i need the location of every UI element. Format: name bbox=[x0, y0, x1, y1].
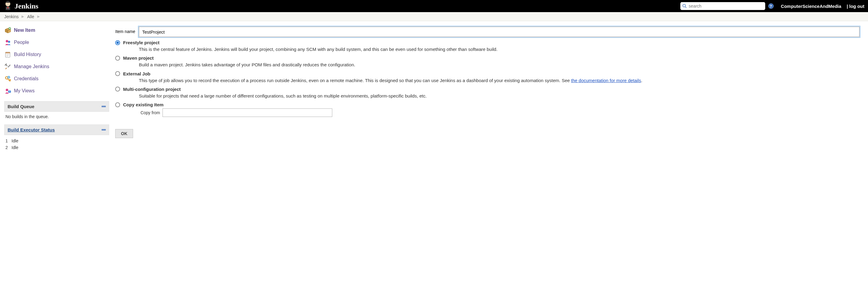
sidebar-item-label[interactable]: People bbox=[14, 40, 29, 45]
logout-link[interactable]: |log out bbox=[847, 4, 864, 9]
search-input[interactable] bbox=[680, 2, 765, 10]
svg-rect-10 bbox=[5, 52, 10, 53]
ok-button[interactable]: OK bbox=[115, 129, 133, 138]
breadcrumb-item[interactable]: Jenkins bbox=[4, 14, 19, 19]
breadcrumb-item[interactable]: Alle bbox=[27, 14, 34, 19]
jenkins-butler-icon bbox=[4, 1, 12, 11]
option-copy: Copy existing ItemCopy from bbox=[115, 102, 860, 117]
chevron-right-icon: ▶ bbox=[22, 14, 24, 19]
logo-text: Jenkins bbox=[14, 2, 38, 10]
sidebar-item-manage-jenkins[interactable]: Manage Jenkins bbox=[4, 61, 109, 73]
sidebar-item-label[interactable]: Manage Jenkins bbox=[14, 64, 50, 69]
sidebar-item-label[interactable]: Build History bbox=[14, 52, 41, 57]
option-radio-external[interactable] bbox=[115, 71, 120, 76]
sidebar-item-people[interactable]: People bbox=[4, 37, 109, 49]
username-link[interactable]: ComputerScienceAndMedia bbox=[781, 4, 841, 9]
svg-point-15 bbox=[8, 76, 10, 78]
box-plus-icon bbox=[4, 27, 11, 34]
build-executor-header: Build Executor Status bbox=[4, 125, 109, 135]
breadcrumb: Jenkins ▶ Alle ▶ bbox=[0, 12, 868, 21]
option-radio-copy[interactable] bbox=[115, 102, 120, 107]
option-radio-freestyle[interactable] bbox=[115, 40, 120, 45]
tools-icon bbox=[4, 63, 11, 70]
copy-from-input[interactable] bbox=[162, 108, 332, 117]
option-maven: Maven projectBuild a maven project. Jenk… bbox=[115, 56, 860, 68]
svg-point-16 bbox=[6, 89, 8, 91]
logo[interactable]: Jenkins bbox=[4, 1, 38, 11]
sidebar-item-label[interactable]: My Views bbox=[14, 88, 35, 94]
svg-line-5 bbox=[685, 7, 686, 8]
build-executor-pane: Build Executor Status 1Idle2Idle bbox=[4, 125, 109, 153]
option-description: Suitable for projects that need a large … bbox=[139, 93, 860, 99]
task-list: New ItemPeopleBuild HistoryManage Jenkin… bbox=[4, 25, 109, 98]
option-radio-maven[interactable] bbox=[115, 56, 120, 61]
sidebar-item-credentials[interactable]: Credentials bbox=[4, 73, 109, 85]
build-queue-empty: No builds in the queue. bbox=[5, 114, 108, 119]
user-view-icon bbox=[4, 87, 11, 95]
build-queue-pane: Build Queue No builds in the queue. bbox=[4, 101, 109, 121]
executor-state: Idle bbox=[11, 138, 19, 143]
top-header: Jenkins ? ComputerScienceAndMedia |log o… bbox=[0, 0, 868, 12]
sidebar-item-build-history[interactable]: Build History bbox=[4, 49, 109, 61]
chevron-right-icon: ▶ bbox=[37, 14, 40, 19]
sidebar-item-new-item[interactable]: New Item bbox=[4, 25, 109, 37]
collapse-icon[interactable] bbox=[101, 106, 106, 107]
option-freestyle: Freestyle projectThis is the central fea… bbox=[115, 40, 860, 52]
copy-from-label: Copy from bbox=[139, 110, 162, 115]
doc-link[interactable]: the documentation for more details bbox=[571, 78, 641, 83]
option-description: Build a maven project. Jenkins takes adv… bbox=[139, 62, 860, 68]
sidebar-item-my-views[interactable]: My Views bbox=[4, 85, 109, 98]
svg-point-8 bbox=[8, 41, 10, 43]
people-icon bbox=[4, 39, 11, 46]
build-queue-header: Build Queue bbox=[4, 101, 109, 112]
svg-rect-2 bbox=[7, 1, 9, 2]
option-title: Copy existing Item bbox=[123, 102, 163, 107]
build-executor-title-link[interactable]: Build Executor Status bbox=[7, 127, 55, 132]
side-panel: New ItemPeopleBuild HistoryManage Jenkin… bbox=[0, 21, 112, 153]
option-title: External Job bbox=[123, 71, 150, 76]
svg-point-7 bbox=[6, 40, 8, 42]
option-matrix: Multi-configuration projectSuitable for … bbox=[115, 86, 860, 99]
option-title: Multi-configuration project bbox=[123, 86, 181, 92]
executor-row: 1Idle bbox=[5, 138, 108, 144]
executor-index: 2 bbox=[5, 145, 11, 150]
main-panel: Item name Freestyle projectThis is the c… bbox=[112, 21, 868, 153]
option-description: This is the central feature of Jenkins. … bbox=[139, 46, 860, 52]
item-name-input[interactable] bbox=[139, 27, 860, 37]
executor-index: 1 bbox=[5, 138, 11, 143]
option-title: Maven project bbox=[123, 56, 154, 61]
option-description: This type of job allows you to record th… bbox=[139, 77, 860, 83]
option-radio-matrix[interactable] bbox=[115, 86, 120, 92]
build-queue-title: Build Queue bbox=[7, 104, 34, 109]
collapse-icon[interactable] bbox=[101, 129, 106, 131]
executor-row: 2Idle bbox=[5, 144, 108, 151]
help-icon[interactable]: ? bbox=[768, 3, 774, 9]
executor-state: Idle bbox=[11, 145, 19, 150]
sidebar-item-label[interactable]: Credentials bbox=[14, 76, 38, 81]
search-icon bbox=[682, 4, 687, 8]
option-external: External JobThis type of job allows you … bbox=[115, 71, 860, 83]
item-name-label: Item name bbox=[115, 27, 139, 34]
keys-icon bbox=[4, 75, 11, 82]
notepad-icon bbox=[4, 51, 11, 58]
searchbox bbox=[680, 2, 765, 10]
option-title: Freestyle project bbox=[123, 40, 159, 45]
sidebar-item-label[interactable]: New Item bbox=[14, 28, 35, 33]
svg-point-4 bbox=[683, 4, 685, 7]
